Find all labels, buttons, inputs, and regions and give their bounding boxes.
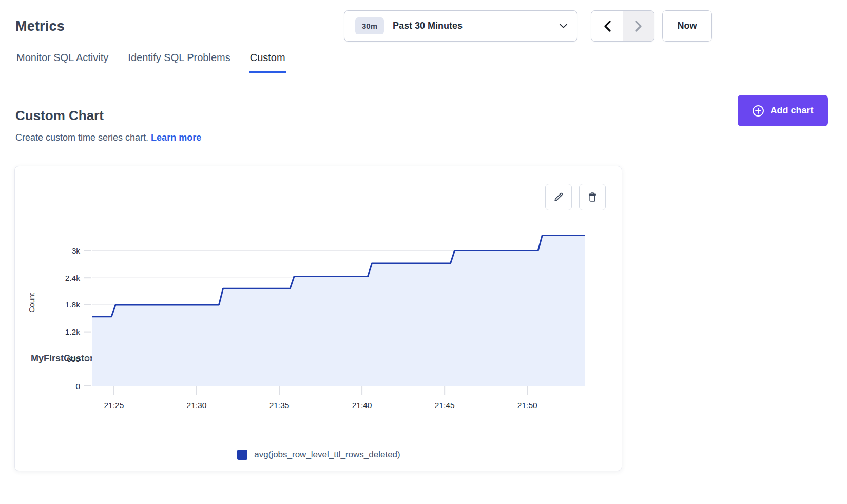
x-tick-label: 21:35 — [270, 401, 290, 410]
custom-chart-plot: 06001.2k1.8k2.4k3k21:2521:3021:3521:4021… — [15, 211, 623, 416]
trash-icon — [587, 191, 598, 203]
x-tick-label: 21:45 — [435, 401, 455, 410]
delete-chart-button[interactable] — [579, 184, 606, 210]
section-description-text: Create custom time series chart. — [15, 132, 148, 143]
time-range-selector[interactable]: 30m Past 30 Minutes — [344, 10, 578, 42]
tab-bar: Monitor SQL Activity Identify SQL Proble… — [15, 52, 828, 73]
x-tick-label: 21:50 — [517, 401, 537, 410]
y-tick-label: 600 — [67, 355, 80, 363]
legend-swatch — [237, 450, 247, 460]
x-tick-label: 21:40 — [352, 401, 372, 410]
time-range-pager — [591, 10, 654, 42]
learn-more-link[interactable]: Learn more — [151, 132, 201, 143]
x-tick-label: 21:25 — [104, 401, 124, 410]
tab-identify-sql-problems[interactable]: Identify SQL Problems — [127, 52, 231, 73]
chevron-left-icon — [603, 20, 611, 32]
edit-chart-button[interactable] — [545, 184, 572, 210]
time-range-label: Past 30 Minutes — [393, 21, 559, 31]
chart-legend: avg(jobs_row_level_ttl_rows_deleted) — [15, 450, 623, 460]
legend-divider — [31, 435, 606, 435]
prev-range-button[interactable] — [591, 11, 623, 41]
x-tick-label: 21:30 — [187, 401, 207, 410]
y-tick-label: 1.2k — [65, 327, 81, 336]
tab-custom[interactable]: Custom — [249, 52, 286, 73]
y-axis-label: Count — [28, 293, 36, 313]
y-tick-label: 3k — [72, 246, 81, 255]
chevron-right-icon — [634, 20, 643, 32]
y-tick-label: 0 — [75, 382, 80, 391]
add-chart-button[interactable]: Add chart — [738, 95, 828, 126]
tab-monitor-sql-activity[interactable]: Monitor SQL Activity — [15, 52, 109, 73]
chart-card: MyFirstCustomMetricChart 06001.2k1.8k2.4… — [14, 166, 622, 471]
section-description: Create custom time series chart. Learn m… — [15, 132, 201, 143]
y-tick-label: 2.4k — [65, 274, 81, 282]
section-title: Custom Chart — [15, 108, 104, 124]
series-area — [92, 236, 585, 386]
now-button[interactable]: Now — [662, 10, 712, 42]
y-tick-label: 1.8k — [65, 300, 81, 309]
plus-circle-icon — [752, 105, 764, 117]
time-range-badge: 30m — [355, 17, 384, 34]
page-title: Metrics — [15, 18, 65, 34]
next-range-button[interactable] — [623, 11, 654, 41]
add-chart-label: Add chart — [770, 105, 813, 116]
legend-label: avg(jobs_row_level_ttl_rows_deleted) — [254, 450, 400, 460]
chevron-down-icon — [559, 23, 568, 29]
pencil-icon — [553, 191, 564, 203]
